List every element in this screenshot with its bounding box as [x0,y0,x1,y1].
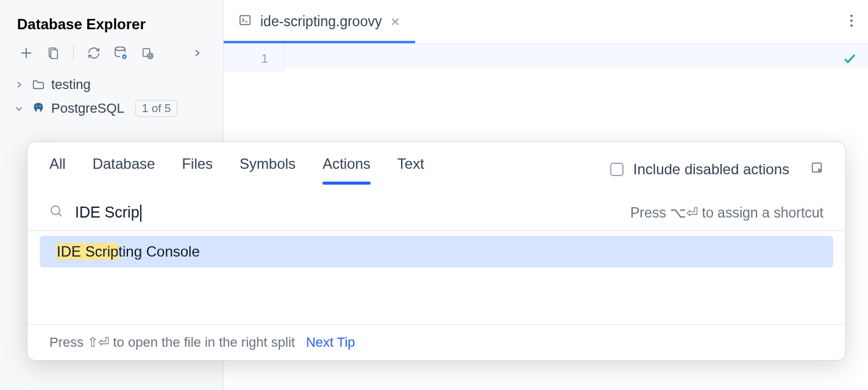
next-tip-link[interactable]: Next Tip [306,335,355,350]
tab-symbols[interactable]: Symbols [240,155,296,183]
refresh-button[interactable] [85,44,103,62]
tree-label: PostgreSQL [51,101,124,116]
svg-point-13 [850,15,853,17]
database-tree: testing PostgreSQL 1 of 5 [0,73,223,121]
add-button[interactable] [17,44,35,62]
shortcut-hint: Press ⌥⏎ to assign a shortcut [630,205,824,221]
close-icon[interactable]: ✕ [390,15,400,29]
search-input-row: IDE Scrip Press ⌥⏎ to assign a shortcut [27,195,845,231]
tab-files[interactable]: Files [182,155,213,183]
svg-point-14 [850,20,853,22]
svg-rect-11 [240,15,251,24]
tree-item-postgresql[interactable]: PostgreSQL 1 of 5 [10,96,213,121]
search-everywhere-popup: All Database Files Symbols Actions Text … [27,141,846,361]
toolbar-divider [73,45,74,61]
search-results: IDE Scripting Console [27,231,845,324]
svg-point-7 [148,53,153,58]
include-disabled-checkbox[interactable] [610,163,624,176]
search-tabs: All Database Files Symbols Actions Text … [27,142,845,195]
include-disabled-label: Include disabled actions [633,161,789,178]
editor-tab[interactable]: ide-scripting.groovy ✕ [224,0,415,43]
tab-all[interactable]: All [49,155,66,183]
svg-point-5 [123,55,126,58]
stop-icon[interactable] [138,44,157,62]
tree-item-testing[interactable]: testing [10,73,213,96]
svg-line-18 [59,213,62,216]
chevron-down-icon [15,104,26,113]
chevron-right-icon [15,80,26,89]
svg-point-17 [51,206,60,214]
editor-tab-bar: ide-scripting.groovy ✕ [224,0,868,44]
search-input[interactable]: IDE Scrip [75,204,141,222]
folder-icon [32,78,45,91]
postgresql-icon [32,102,45,115]
search-footer: Press ⇧⏎ to open the file in the right s… [27,324,845,360]
sidebar-title: Database Explorer [0,0,223,44]
database-settings-icon[interactable] [112,44,130,62]
collapse-chevron-icon[interactable] [188,44,206,62]
svg-point-9 [36,105,37,107]
search-icon [49,204,64,221]
tab-filename: ide-scripting.groovy [260,13,382,30]
svg-point-10 [40,105,41,107]
tree-label: testing [51,77,91,93]
copy-icon[interactable] [44,44,62,62]
line-number: 1 [224,51,268,66]
count-badge: 1 of 5 [135,100,178,117]
sidebar-toolbar [0,44,223,73]
svg-rect-3 [51,50,57,59]
svg-point-15 [850,24,853,27]
footer-hint: Press ⇧⏎ to open the file in the right s… [49,335,295,350]
code-content[interactable] [285,44,868,68]
expand-icon[interactable] [810,161,824,178]
tab-database[interactable]: Database [93,155,155,183]
svg-point-4 [115,47,125,51]
tab-text[interactable]: Text [397,155,424,183]
more-menu-icon[interactable] [835,14,868,30]
tab-actions[interactable]: Actions [322,155,371,183]
check-icon[interactable] [842,51,857,68]
result-item[interactable]: IDE Scripting Console [40,236,833,268]
terminal-icon [238,13,252,30]
